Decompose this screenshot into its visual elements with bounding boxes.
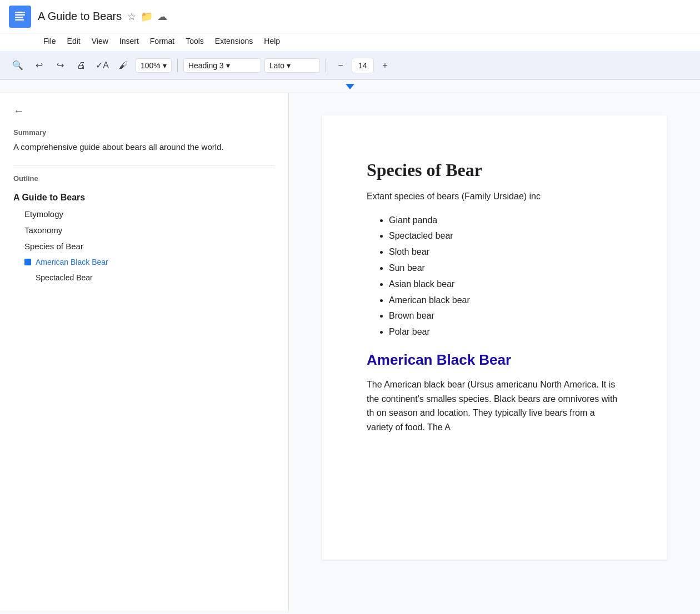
outline-item-american-black-bear[interactable]: American Black Bear <box>13 254 275 270</box>
menu-tools[interactable]: Tools <box>181 34 208 48</box>
menu-insert[interactable]: Insert <box>115 34 143 48</box>
menu-help[interactable]: Help <box>259 34 284 48</box>
zoom-selector[interactable]: 100% ▾ <box>136 58 172 73</box>
menu-extensions[interactable]: Extensions <box>211 34 257 48</box>
sidebar-divider <box>13 165 275 165</box>
list-item: Giant panda <box>389 213 622 229</box>
ruler-bar <box>0 80 700 93</box>
outline-active-row: American Black Bear <box>36 258 275 266</box>
list-item: Sloth bear <box>389 244 622 260</box>
svg-rect-1 <box>15 14 25 16</box>
outline-item-spectacled-bear[interactable]: Spectacled Bear <box>13 270 275 285</box>
outline-item-taxonomy[interactable]: Taxonomy <box>13 222 275 238</box>
outline-american-black-bear-label: American Black Bear <box>36 258 108 266</box>
intro-text: Extant species of bears (Family Ursidae)… <box>367 192 541 201</box>
outline-label: Outline <box>13 174 275 183</box>
menu-bar: File Edit View Insert Format Tools Exten… <box>0 33 700 51</box>
zoom-value: 100% <box>141 61 161 70</box>
doc-title-row: A Guide to Bears ☆ 📁 ☁ <box>38 10 167 23</box>
font-dropdown-icon: ▾ <box>287 61 291 70</box>
menu-file[interactable]: File <box>39 34 61 48</box>
cloud-icon[interactable]: ☁ <box>157 11 167 23</box>
back-button[interactable]: ← <box>13 104 24 117</box>
style-dropdown-icon: ▾ <box>226 61 230 70</box>
list-item: Polar bear <box>389 324 622 340</box>
summary-label: Summary <box>13 128 275 137</box>
list-item: Asian black bear <box>389 276 622 293</box>
zoom-dropdown-icon: ▾ <box>163 61 167 70</box>
spellcheck-button[interactable]: ✓A <box>93 57 111 74</box>
font-selector[interactable]: Lato ▾ <box>264 58 320 73</box>
doc-intro: Extant species of bears (Family Ursidae)… <box>367 189 622 204</box>
style-value: Heading 3 <box>188 61 224 70</box>
list-item: American black bear <box>389 293 622 309</box>
species-list: Giant panda Spectacled bear Sloth bear S… <box>389 213 622 340</box>
active-indicator <box>24 259 31 265</box>
title-icons: ☆ 📁 ☁ <box>127 11 167 23</box>
menu-format[interactable]: Format <box>146 34 179 48</box>
outline-item-species[interactable]: Species of Bear <box>13 238 275 254</box>
paint-format-button[interactable]: 🖌 <box>114 57 132 74</box>
undo-button[interactable]: ↩ <box>30 57 48 74</box>
menu-edit[interactable]: Edit <box>63 34 85 48</box>
species-heading: Species of Bear <box>367 160 622 180</box>
outline-item-etymology[interactable]: Etymology <box>13 206 275 222</box>
print-button[interactable]: 🖨 <box>72 57 90 74</box>
list-item: Sun bear <box>389 260 622 276</box>
paragraph-style-selector[interactable]: Heading 3 ▾ <box>183 58 261 73</box>
search-button[interactable]: 🔍 <box>9 57 27 74</box>
title-bar: A Guide to Bears ☆ 📁 ☁ <box>0 0 700 33</box>
sidebar: ← Summary A comprehensive guide about be… <box>0 93 289 611</box>
doc-page: Species of Bear Extant species of bears … <box>322 115 667 560</box>
toolbar-divider-1 <box>177 59 178 72</box>
american-black-bear-heading: American Black Bear <box>367 351 622 369</box>
svg-rect-0 <box>15 12 25 13</box>
list-item: Brown bear <box>389 308 622 324</box>
list-item: Spectacled bear <box>389 228 622 244</box>
summary-text: A comprehensive guide about bears all ar… <box>13 141 275 154</box>
main-area: ← Summary A comprehensive guide about be… <box>0 93 700 611</box>
font-size-increase-button[interactable]: + <box>376 57 394 74</box>
ruler-arrow <box>346 84 354 89</box>
toolbar-divider-2 <box>326 59 326 72</box>
menu-view[interactable]: View <box>87 34 113 48</box>
star-icon[interactable]: ☆ <box>127 11 136 23</box>
svg-rect-2 <box>15 17 23 18</box>
font-value: Lato <box>269 61 284 70</box>
doc-title[interactable]: A Guide to Bears <box>38 10 122 23</box>
font-size-box: − + <box>332 57 394 74</box>
title-section: A Guide to Bears ☆ 📁 ☁ <box>38 10 167 23</box>
doc-paragraph-american: The American black bear (Ursus americanu… <box>367 378 622 434</box>
redo-button[interactable]: ↪ <box>51 57 69 74</box>
font-size-input[interactable] <box>352 58 374 73</box>
app-icon <box>9 6 31 28</box>
svg-rect-3 <box>15 19 24 21</box>
folder-icon[interactable]: 📁 <box>141 11 153 23</box>
outline-item-main[interactable]: A Guide to Bears <box>13 189 275 206</box>
toolbar: 🔍 ↩ ↪ 🖨 ✓A 🖌 100% ▾ Heading 3 ▾ Lato ▾ −… <box>0 51 700 80</box>
font-size-decrease-button[interactable]: − <box>332 57 349 74</box>
doc-area[interactable]: Species of Bear Extant species of bears … <box>289 93 700 611</box>
